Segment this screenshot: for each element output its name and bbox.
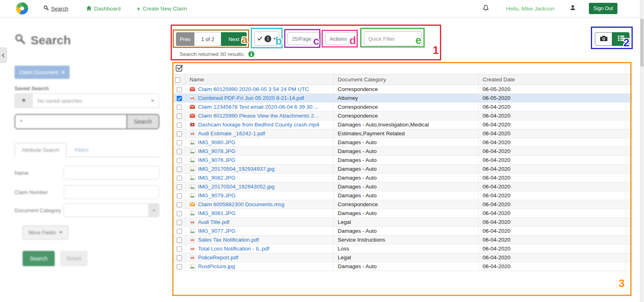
row-checkbox[interactable] — [177, 105, 182, 110]
per-page-dropdown[interactable]: 25/Page — [287, 32, 321, 45]
document-link[interactable]: IMG_9081.JPG — [198, 210, 235, 216]
tab-attribute-search[interactable]: Attribute Search — [14, 143, 66, 157]
table-row[interactable]: IMG_20170504_192934937.jpgDamages - Auto… — [173, 165, 632, 174]
table-row[interactable]: PDFSales Tax Notification.pdfService Ins… — [173, 236, 632, 244]
row-checkbox[interactable] — [177, 211, 182, 216]
column-header-name[interactable]: Name — [186, 74, 334, 85]
row-checkbox[interactable] — [177, 131, 182, 137]
row-checkbox[interactable] — [177, 114, 182, 119]
document-link[interactable]: Audi Estimate _16242-1.pdf — [198, 130, 265, 137]
term-search-button[interactable]: Search — [126, 115, 159, 128]
row-checkbox[interactable] — [177, 140, 182, 145]
list-view-button[interactable] — [612, 32, 630, 46]
table-row[interactable]: Claim 60125990 Please View the Attachmen… — [173, 112, 632, 120]
row-checkbox[interactable] — [177, 167, 182, 172]
table-row[interactable]: IMG_9082.JPGDamages - Auto06-04-2020 — [173, 174, 632, 182]
document-link[interactable]: IMG_9076.JPG — [198, 157, 235, 163]
table-row[interactable]: Claim 60125990 2020-06-05 3 54 24 PM UTC… — [173, 85, 632, 94]
document-link[interactable]: IMG_9079.JPG — [198, 192, 235, 199]
row-checkbox[interactable] — [177, 229, 182, 234]
claim-number-field[interactable] — [64, 185, 159, 199]
row-checkbox[interactable] — [177, 220, 182, 225]
table-row[interactable]: Dashcam footage from Bedford County cras… — [173, 120, 632, 129]
document-link[interactable]: PoliceReport.pdf — [198, 254, 238, 261]
prev-page-button[interactable]: Prev — [176, 32, 194, 46]
more-fields-button[interactable]: More Fields — [23, 225, 68, 240]
table-row[interactable]: IMG_9076.JPGDamages - Auto06-04-2020 — [173, 156, 632, 165]
table-row[interactable]: Claim 8005882300 Documents.msgCorrespond… — [173, 200, 632, 209]
column-header-category[interactable]: Document Category — [334, 74, 479, 85]
column-header-date[interactable]: Created Date — [479, 74, 632, 85]
thumbnail-view-button[interactable] — [595, 32, 612, 46]
document-link[interactable]: Sales Tax Notification.pdf — [198, 237, 259, 243]
table-row[interactable]: PDFPoliceReport.pdfLegal06-04-2020 — [173, 253, 632, 262]
scrollbar-thumb[interactable] — [640, 19, 644, 67]
row-checkbox[interactable] — [177, 246, 182, 252]
user-profile-icon[interactable] — [570, 4, 576, 12]
search-term-input[interactable] — [15, 115, 126, 128]
actions-dropdown[interactable]: Actions — [325, 32, 357, 45]
clear-field-button[interactable]: × — [149, 203, 159, 217]
sidebar-reset-button[interactable]: Reset — [60, 251, 87, 266]
document-link[interactable]: Claim 60125990 Please View the Attachmen… — [198, 113, 318, 119]
select-all-toggle[interactable] — [175, 64, 184, 72]
table-row[interactable]: PDFCombined PDF-Fri Jun 05 2020 8-21-14.… — [173, 94, 632, 103]
header-checkbox[interactable] — [175, 77, 180, 83]
table-row[interactable]: PDFAudi Title.pdfLegal06-04-2020 — [173, 218, 632, 227]
table-row[interactable]: IMG_9078.JPGDamages - Auto06-04-2020 — [173, 147, 632, 156]
close-icon[interactable] — [61, 70, 65, 74]
document-link[interactable]: Claim 60125990 2020-06-05 3 54 24 PM UTC — [198, 86, 309, 92]
row-checkbox[interactable] — [177, 87, 182, 92]
row-checkbox[interactable] — [177, 238, 182, 243]
document-link[interactable]: Dashcam footage from Bedford County cras… — [198, 122, 319, 128]
claim-document-chip[interactable]: Claim Document — [14, 66, 70, 79]
user-greeting[interactable]: Hello, Mike Jackson — [506, 6, 554, 12]
sidebar-search-button[interactable]: Search — [23, 251, 55, 266]
document-link[interactable]: Total Loss Notification - IL.pdf — [198, 246, 269, 252]
table-row[interactable]: IMG_20170504_192943052.jpgDamages - Auto… — [173, 182, 632, 191]
table-row[interactable]: PDFTotal Loss Notification - IL.pdfLoss0… — [173, 244, 632, 253]
document-link[interactable]: Claim 8005882300 Documents.msg — [198, 201, 285, 207]
row-checkbox[interactable] — [177, 96, 182, 101]
row-checkbox[interactable] — [177, 184, 182, 190]
nav-dashboard-link[interactable]: Dashboard — [86, 5, 121, 12]
row-checkbox[interactable] — [177, 264, 182, 269]
saved-search-select[interactable]: No saved searches — [32, 93, 159, 108]
table-row[interactable]: IMG_9081.JPGDamages - Auto06-04-2020 — [173, 209, 632, 218]
table-row[interactable]: IMG_9077.JPGDamages - Auto06-04-2020 — [173, 227, 632, 236]
table-row[interactable]: IMG_9079.JPGDamages - Auto06-04-2020 — [173, 191, 632, 200]
notifications-bell-icon[interactable] — [483, 4, 489, 13]
quick-filter-input[interactable] — [364, 31, 422, 46]
nav-create-claim-link[interactable]: + Create New Claim — [137, 5, 187, 12]
document-category-field[interactable] — [64, 203, 149, 217]
row-checkbox[interactable] — [177, 122, 182, 128]
document-link[interactable]: IMG_9077.JPG — [198, 228, 235, 234]
document-link[interactable]: Audi Title.pdf — [198, 219, 229, 225]
page-scrollbar[interactable] — [640, 0, 644, 302]
app-logo[interactable] — [16, 2, 28, 14]
sidebar-collapse-button[interactable] — [0, 48, 7, 63]
name-field[interactable] — [64, 166, 159, 180]
row-checkbox[interactable] — [177, 149, 182, 154]
table-row[interactable]: PDFAudi Estimate _16242-1.pdfEstimates,P… — [173, 129, 632, 138]
document-link[interactable]: Claim 12345678 Test email 2020-06-04 6 3… — [198, 104, 318, 110]
document-link[interactable]: IMG_9082.JPG — [198, 175, 235, 181]
document-link[interactable]: Combined PDF-Fri Jun 05 2020 8-21-14.pdf — [198, 95, 304, 101]
table-row[interactable]: IMG_9080.JPGDamages - Auto06-04-2020 — [173, 138, 632, 147]
saved-search-addon-button[interactable] — [14, 93, 32, 108]
document-link[interactable]: RustPicture.jpg — [198, 263, 235, 269]
document-link[interactable]: IMG_20170504_192934937.jpg — [198, 166, 275, 172]
row-checkbox[interactable] — [177, 158, 182, 163]
row-checkbox[interactable] — [177, 202, 182, 207]
tab-filters[interactable]: Filters — [66, 143, 97, 157]
document-link[interactable]: IMG_9080.JPG — [198, 139, 235, 145]
selection-dropdown-button[interactable]: 1 — [254, 31, 279, 46]
row-checkbox[interactable] — [177, 176, 182, 181]
row-checkbox[interactable] — [177, 193, 182, 199]
nav-search-link[interactable]: Search — [43, 5, 68, 12]
document-link[interactable]: IMG_20170504_192943052.jpg — [198, 184, 275, 190]
table-row[interactable]: RustPicture.jpgDamages - Auto06-04-2020 — [173, 262, 632, 271]
table-row[interactable]: Claim 12345678 Test email 2020-06-04 6 3… — [173, 103, 632, 112]
row-checkbox[interactable] — [177, 255, 182, 261]
next-page-button[interactable]: Next — [221, 32, 247, 46]
